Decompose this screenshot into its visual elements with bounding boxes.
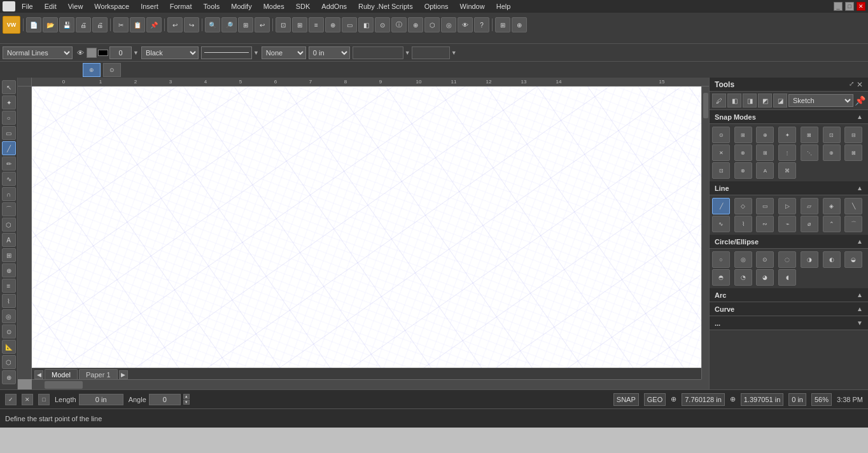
snap-perpendicular-btn[interactable]: ⊗ — [734, 144, 752, 161]
extra-tool-btn[interactable]: ⊕ — [2, 370, 16, 384]
ellipse-center-btn[interactable]: ◑ — [801, 251, 818, 268]
poly-tool-btn[interactable]: ⬡ — [2, 218, 16, 232]
circle-3pt-btn[interactable]: ⊙ — [756, 251, 774, 268]
layer-btn[interactable]: ≡ — [309, 17, 324, 32]
select-tool-btn[interactable]: ↖ — [2, 80, 16, 94]
sketch-icon1[interactable]: 🖊 — [712, 94, 726, 108]
cut-btn[interactable]: ✂ — [113, 17, 129, 32]
text-tool-btn[interactable]: A — [2, 233, 16, 247]
curve-section-toggle[interactable]: ▲ — [857, 305, 863, 312]
menu-insert[interactable]: Insert — [136, 1, 164, 11]
thickness-select[interactable]: 0 in 1 in 2 in — [309, 46, 350, 59]
zoom-prev-btn[interactable]: ↩ — [255, 17, 270, 32]
circle-tool-btn[interactable]: ○ — [2, 111, 16, 125]
line-para-btn[interactable]: ▱ — [801, 198, 818, 214]
menu-view[interactable]: View — [63, 1, 88, 11]
extra-arrow1[interactable]: ▼ — [405, 50, 410, 56]
ellipse-3pt-btn[interactable]: ◐ — [823, 251, 841, 268]
attr-btn[interactable]: ⊙ — [375, 17, 390, 32]
tab-next-btn[interactable]: ▶ — [119, 370, 128, 379]
measure-tool-btn[interactable]: 📐 — [2, 340, 16, 354]
status-x-btn[interactable]: ✕ — [22, 394, 33, 405]
snap-btn[interactable]: ⊡ — [276, 17, 291, 32]
viewport-btn[interactable]: ▭ — [342, 17, 357, 32]
line-3arc-btn[interactable]: ⌃ — [823, 216, 841, 232]
circle-section-header[interactable]: Circle/Ellipse ▲ — [710, 235, 868, 249]
arc-tool-btn[interactable]: ∩ — [2, 187, 16, 201]
line-arrow-btn[interactable]: ▷ — [778, 198, 796, 214]
grid-btn[interactable]: ⊞ — [292, 17, 307, 32]
status-obj-btn[interactable]: □ — [38, 394, 50, 405]
status-check-btn[interactable]: ✓ — [5, 394, 17, 405]
ellipse-arc-btn[interactable]: ◒ — [844, 251, 862, 268]
more-section-header[interactable]: ... ▼ — [710, 316, 868, 330]
3d-btn[interactable]: ⬡ — [424, 17, 440, 32]
line-freehand-btn[interactable]: ⌇ — [734, 216, 752, 232]
sub-btn2[interactable]: ⊙ — [103, 63, 121, 77]
line-section-toggle[interactable]: ▲ — [857, 185, 863, 192]
smart-cursor-btn[interactable]: ✦ — [2, 95, 16, 109]
sketch-icon3[interactable]: ◨ — [743, 94, 757, 108]
snap-symbol-btn[interactable]: ⌘ — [778, 162, 796, 179]
circle-center-btn[interactable]: ○ — [712, 251, 730, 268]
arc-section-toggle[interactable]: ▲ — [857, 291, 863, 298]
tab-prev-btn[interactable]: ◀ — [34, 370, 43, 379]
menu-options[interactable]: Options — [419, 1, 454, 11]
spline-tool-btn[interactable]: ∿ — [2, 172, 16, 186]
snap-smart-btn[interactable]: ⋱ — [801, 144, 818, 161]
ellipse-freehand-btn[interactable]: ◓ — [712, 269, 730, 286]
dim-tool-btn[interactable]: ⊞ — [2, 248, 16, 262]
paste-btn[interactable]: 📌 — [146, 17, 162, 32]
ellipse-tool-btn[interactable]: ◎ — [2, 309, 16, 323]
menu-addons[interactable]: AddOns — [316, 1, 352, 11]
snap-modes-toggle[interactable]: ▲ — [857, 113, 863, 120]
line-section-header[interactable]: Line ▲ — [710, 181, 868, 195]
undo-btn[interactable]: ↩ — [167, 17, 183, 32]
zoom-fit-btn[interactable]: ⊞ — [238, 17, 253, 32]
opacity-select[interactable]: None Solid 50% — [262, 46, 306, 59]
save-btn[interactable]: 💾 — [59, 17, 74, 32]
copy-btn[interactable]: 📋 — [130, 17, 145, 32]
snap-tangent-btn[interactable]: ⊞ — [756, 144, 774, 161]
tools-close-btn[interactable]: ✕ — [857, 80, 863, 89]
render-btn[interactable]: ◎ — [441, 17, 456, 32]
line-style-arrow[interactable]: ▼ — [253, 50, 259, 56]
ellipse-tangent-btn[interactable]: ◕ — [756, 269, 774, 286]
hatch-tool-btn[interactable]: ⌇ — [2, 294, 16, 308]
maximize-btn[interactable]: □ — [845, 2, 854, 11]
canvas-area[interactable]: 0 1 2 3 4 5 6 7 8 9 10 11 12 13 14 15 — [18, 78, 709, 389]
menu-tools[interactable]: Tools — [199, 1, 225, 11]
sketch-mode-select[interactable]: Sketch Normal Presentation — [788, 94, 853, 107]
snap-parallel-btn[interactable]: ⋮ — [778, 144, 796, 161]
line-tool-main[interactable]: ╱ — [712, 198, 730, 214]
color-select[interactable]: Black White Red Green Blue — [141, 46, 199, 59]
open-btn[interactable]: 📂 — [43, 17, 58, 32]
ellipse-spline-btn[interactable]: ◔ — [734, 269, 752, 286]
menu-format[interactable]: Format — [165, 1, 197, 11]
circle-edge-btn[interactable]: ◎ — [734, 251, 752, 268]
menu-ruby[interactable]: Ruby .Net Scripts — [353, 1, 418, 11]
obj-btn[interactable]: ⓘ — [391, 17, 407, 32]
menu-modes[interactable]: Modes — [258, 1, 290, 11]
line-spline-btn[interactable]: ∾ — [756, 216, 774, 232]
sketch-icon2[interactable]: ◧ — [727, 94, 741, 108]
line-arc-btn[interactable]: ◇ — [734, 198, 752, 214]
line-tool-btn[interactable]: ╱ — [2, 141, 16, 155]
snap-modes-header[interactable]: Snap Modes ▲ — [710, 110, 868, 124]
snap-custom3-btn[interactable]: ⊗ — [734, 162, 752, 179]
sub-btn1[interactable]: ⊕ — [83, 63, 101, 77]
snap-midpoint-btn[interactable]: ⊡ — [823, 127, 841, 143]
snap-object-btn[interactable]: ⊕ — [756, 127, 774, 143]
circle-tangent-btn[interactable]: ◌ — [778, 251, 796, 268]
sketch-icon4[interactable]: ◩ — [758, 94, 772, 108]
menu-sdk[interactable]: SDK — [291, 1, 316, 11]
snap-center-btn[interactable]: ⊟ — [844, 127, 862, 143]
scrollbar-h-thumb[interactable] — [45, 381, 83, 389]
sketch-icon5[interactable]: ◪ — [773, 94, 787, 108]
snap-insert-btn[interactable]: ⊕ — [823, 144, 841, 161]
curve-section-header[interactable]: Curve ▲ — [710, 302, 868, 316]
snap-none-btn[interactable]: ⊙ — [712, 127, 730, 143]
line-poly-btn[interactable]: ◈ — [823, 198, 841, 214]
arc-section-header[interactable]: Arc ▲ — [710, 288, 868, 302]
menu-file[interactable]: File — [17, 1, 38, 11]
